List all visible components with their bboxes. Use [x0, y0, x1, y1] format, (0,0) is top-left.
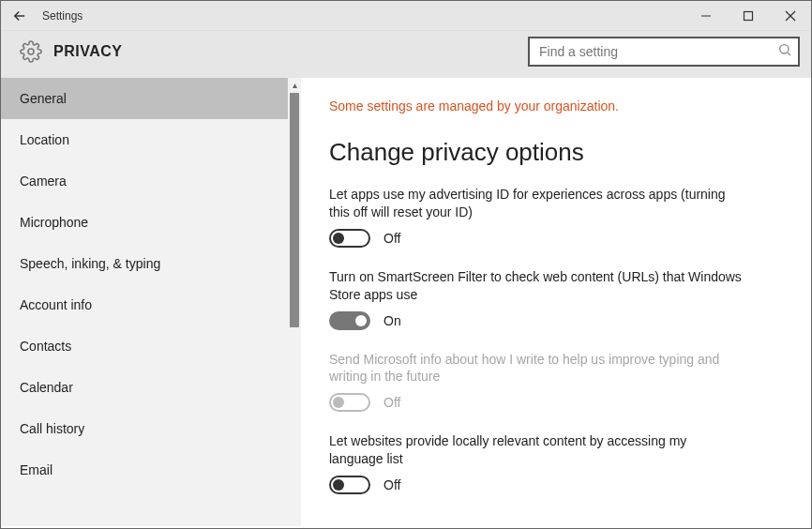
option-advertising-id: Let apps use my advertising ID for exper…	[329, 186, 783, 248]
sidebar-item-label: Location	[20, 132, 69, 147]
sidebar-item-account-info[interactable]: Account info	[1, 284, 301, 325]
breadcrumb: PRIVACY	[53, 43, 122, 60]
gear-icon	[20, 40, 42, 63]
scroll-thumb[interactable]	[290, 93, 299, 327]
sidebar-item-speech[interactable]: Speech, inking, & typing	[1, 243, 301, 284]
sidebar-item-camera[interactable]: Camera	[1, 160, 301, 202]
option-label: Turn on SmartScreen Filter to check web …	[329, 268, 742, 304]
toggle-state: Off	[383, 477, 400, 492]
option-label: Send Microsoft info about how I write to…	[329, 351, 742, 386]
close-button[interactable]	[769, 1, 811, 31]
toggle-smartscreen[interactable]	[329, 311, 370, 330]
svg-rect-1	[744, 11, 752, 20]
option-smartscreen: Turn on SmartScreen Filter to check web …	[329, 268, 783, 330]
option-label: Let websites provide locally relevant co…	[329, 432, 742, 468]
managed-by-org-note: Some settings are managed by your organi…	[329, 98, 783, 113]
arrow-left-icon	[11, 8, 28, 24]
settings-icon	[18, 38, 44, 65]
search-input[interactable]	[528, 37, 800, 67]
back-button[interactable]	[1, 1, 38, 31]
window-title: Settings	[42, 9, 83, 23]
option-language-list: Let websites provide locally relevant co…	[329, 432, 783, 494]
svg-point-4	[28, 49, 34, 54]
sidebar-item-location[interactable]: Location	[1, 119, 301, 160]
toggle-state: On	[383, 313, 401, 328]
close-icon	[785, 10, 796, 22]
sidebar-item-label: Camera	[20, 174, 67, 189]
sidebar-item-label: Contacts	[20, 339, 71, 354]
toggle-advertising-id[interactable]	[329, 229, 370, 248]
sidebar-item-email[interactable]: Email	[1, 449, 301, 491]
search-container	[528, 37, 800, 67]
option-typing-info: Send Microsoft info about how I write to…	[329, 351, 783, 413]
header: PRIVACY	[1, 31, 811, 78]
sidebar-item-call-history[interactable]: Call history	[1, 408, 301, 449]
scroll-up-icon: ▴	[288, 78, 301, 93]
sidebar-scrollbar[interactable]: ▴	[288, 78, 301, 526]
sidebar-item-label: Email	[20, 462, 53, 477]
maximize-icon	[743, 10, 754, 22]
sidebar-item-general[interactable]: General	[1, 78, 301, 119]
sidebar-item-microphone[interactable]: Microphone	[1, 202, 301, 243]
toggle-state: Off	[383, 395, 400, 410]
titlebar: Settings	[1, 1, 811, 31]
sidebar-item-label: General	[20, 91, 67, 106]
toggle-language-list[interactable]	[329, 476, 370, 494]
sidebar: General Location Camera Microphone Speec…	[1, 78, 301, 526]
minimize-icon	[700, 10, 712, 22]
maximize-button[interactable]	[727, 1, 769, 31]
sidebar-item-calendar[interactable]: Calendar	[1, 367, 301, 408]
sidebar-item-label: Account info	[20, 297, 92, 312]
sidebar-item-label: Microphone	[20, 215, 88, 230]
content-heading: Change privacy options	[329, 138, 783, 167]
sidebar-item-label: Calendar	[20, 380, 73, 395]
sidebar-item-label: Speech, inking, & typing	[20, 256, 160, 271]
content-pane: Some settings are managed by your organi…	[301, 78, 811, 526]
minimize-button[interactable]	[684, 1, 727, 31]
sidebar-item-contacts[interactable]: Contacts	[1, 325, 301, 367]
toggle-typing-info	[329, 393, 370, 412]
option-label: Let apps use my advertising ID for exper…	[329, 186, 742, 221]
sidebar-item-label: Call history	[20, 421, 84, 436]
toggle-state: Off	[383, 231, 400, 246]
